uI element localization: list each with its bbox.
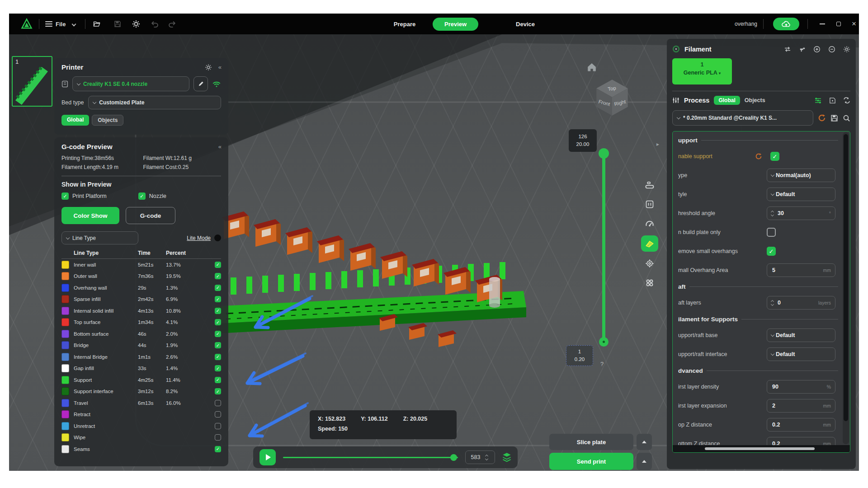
- setting-control[interactable]: Default: [767, 328, 838, 342]
- layer-slider-track[interactable]: [602, 153, 605, 343]
- redo-button[interactable]: [168, 14, 177, 34]
- app-logo-icon[interactable]: [20, 14, 33, 34]
- vertical-scrollbar[interactable]: [843, 132, 849, 444]
- checkbox-checked[interactable]: ✓: [215, 308, 221, 314]
- checkbox-checked[interactable]: ✓: [215, 354, 221, 360]
- line-type-visibility[interactable]: [212, 411, 221, 418]
- paint-filament-icon[interactable]: [799, 46, 806, 52]
- setting-control[interactable]: Default: [767, 347, 838, 361]
- edit-printer-button[interactable]: [193, 76, 208, 91]
- spinner-field[interactable]: 30°: [767, 206, 835, 220]
- line-type-filter-select[interactable]: Line Type: [61, 231, 138, 244]
- vertical-scrollbar-thumb[interactable]: [844, 134, 848, 421]
- horizontal-scrollbar-thumb[interactable]: [705, 447, 815, 450]
- checkbox-checked[interactable]: ✓: [767, 247, 776, 256]
- checkbox-checked[interactable]: ✓: [138, 192, 146, 200]
- split-tool-button[interactable]: [641, 275, 658, 291]
- slice-plate-button[interactable]: Slice plate: [549, 434, 633, 450]
- wifi-icon[interactable]: [212, 80, 221, 88]
- color-show-button[interactable]: Color Show: [61, 207, 119, 224]
- hint-icon[interactable]: [829, 97, 836, 104]
- slice-plate-options-button[interactable]: [637, 434, 652, 450]
- line-type-visibility[interactable]: [212, 423, 221, 429]
- filament-slot[interactable]: 1 Generic PLA ▾: [672, 58, 732, 84]
- send-print-options-button[interactable]: [637, 453, 652, 470]
- select-field[interactable]: Normal(auto): [767, 169, 835, 182]
- undo-button[interactable]: [150, 14, 159, 34]
- panel-expand-chevron[interactable]: ▸: [656, 141, 659, 147]
- line-type-visibility[interactable]: ✓: [212, 354, 221, 360]
- line-type-visibility[interactable]: ✓: [212, 342, 221, 348]
- add-filament-icon[interactable]: [813, 46, 821, 53]
- checkbox-checked[interactable]: ✓: [215, 319, 221, 325]
- spinner-arrows-icon[interactable]: [486, 455, 488, 460]
- line-type-visibility[interactable]: ✓: [212, 377, 221, 383]
- filament-settings-icon[interactable]: [843, 46, 850, 53]
- printer-select[interactable]: Creality K1 SE 0.4 nozzle: [72, 76, 189, 91]
- file-menu[interactable]: File: [45, 14, 66, 34]
- line-type-visibility[interactable]: ✓: [212, 273, 221, 279]
- reset-preset-icon[interactable]: [818, 114, 826, 122]
- checkbox-checked[interactable]: ✓: [770, 152, 779, 161]
- remove-filament-icon[interactable]: [828, 46, 835, 53]
- param-table-icon[interactable]: [814, 97, 822, 104]
- checkbox-checked[interactable]: ✓: [215, 331, 221, 337]
- lite-mode-toggle[interactable]: [214, 235, 221, 241]
- line-type-visibility[interactable]: [212, 400, 221, 406]
- reset-setting-icon[interactable]: [755, 153, 762, 160]
- frame-slider[interactable]: [283, 449, 458, 465]
- process-preset-select[interactable]: * 0.20mm Standard @Creality K1 S...: [672, 110, 813, 126]
- checkbox-unchecked[interactable]: [215, 434, 221, 441]
- show-option[interactable]: ✓Print Platform: [61, 192, 107, 200]
- checkbox-checked[interactable]: ✓: [215, 377, 221, 383]
- checkbox-checked[interactable]: ✓: [215, 285, 221, 291]
- checkbox-checked[interactable]: ✓: [215, 388, 221, 394]
- setting-control[interactable]: [767, 228, 838, 237]
- checkbox-unchecked[interactable]: [215, 400, 221, 406]
- scope-tab-global[interactable]: Global: [61, 115, 89, 126]
- speed-tool-button[interactable]: [641, 216, 658, 231]
- input-field[interactable]: 2mm: [767, 399, 835, 413]
- line-type-visibility[interactable]: ✓: [212, 365, 221, 371]
- setting-control[interactable]: ✓: [767, 247, 838, 256]
- checkbox-unchecked[interactable]: [767, 228, 776, 237]
- home-view-button[interactable]: [586, 61, 598, 72]
- line-type-visibility[interactable]: [212, 434, 221, 441]
- tab-preview[interactable]: Preview: [433, 14, 478, 34]
- setting-control[interactable]: 90%: [767, 380, 838, 394]
- setting-control[interactable]: 0layers: [767, 296, 838, 310]
- line-type-visibility[interactable]: ✓: [212, 331, 221, 337]
- setting-control[interactable]: 5mm: [767, 263, 838, 277]
- checkbox-checked[interactable]: ✓: [215, 262, 221, 268]
- checkbox-unchecked[interactable]: [215, 411, 221, 418]
- viewport-3d[interactable]: 1 Printer « Creality K1 SE 0.4 nozzle: [9, 34, 859, 471]
- layer-slider-top-thumb[interactable]: [599, 148, 609, 159]
- setting-control[interactable]: 30°: [767, 206, 838, 220]
- layers-tool-button[interactable]: [641, 177, 658, 192]
- frame-slider-thumb[interactable]: [450, 454, 457, 461]
- input-field[interactable]: 0.2mm: [767, 418, 835, 432]
- checkbox-checked[interactable]: ✓: [215, 296, 221, 302]
- input-field[interactable]: 90%: [767, 380, 835, 394]
- process-tab-objects[interactable]: Objects: [745, 97, 765, 103]
- save-preset-icon[interactable]: [830, 114, 838, 122]
- line-type-visibility[interactable]: ✓: [212, 446, 221, 452]
- setting-control[interactable]: Normal(auto): [767, 169, 838, 182]
- view-cube[interactable]: Top Front Right: [593, 76, 631, 118]
- line-type-visibility[interactable]: ✓: [212, 388, 221, 394]
- search-preset-icon[interactable]: [843, 114, 850, 122]
- line-type-visibility[interactable]: ✓: [212, 319, 221, 325]
- save-button[interactable]: [114, 14, 121, 34]
- spinner-field[interactable]: 0layers: [767, 296, 835, 310]
- bed-type-select[interactable]: Customized Plate: [88, 96, 221, 109]
- checkbox-unchecked[interactable]: [215, 423, 221, 429]
- setting-control[interactable]: ✓: [767, 152, 838, 161]
- file-menu-chevron[interactable]: [72, 14, 75, 34]
- setting-control[interactable]: 2mm: [767, 399, 838, 413]
- restore-button[interactable]: [833, 14, 844, 34]
- frame-spinner[interactable]: 583: [465, 450, 495, 464]
- process-settings-container[interactable]: upportnable support✓ypeNormal(auto)tyleD…: [672, 131, 850, 453]
- lite-mode-link[interactable]: Lite Mode: [187, 235, 211, 241]
- line-type-visibility[interactable]: ✓: [212, 285, 221, 291]
- layer-slider-help[interactable]: ?: [600, 361, 604, 367]
